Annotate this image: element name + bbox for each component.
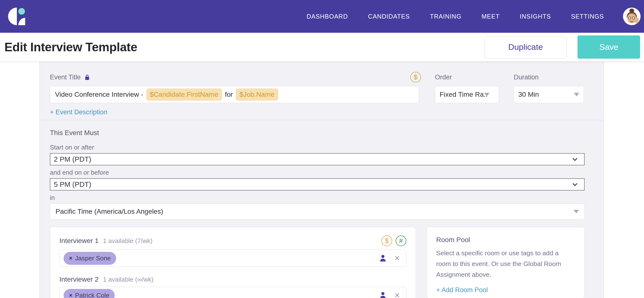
interviewers-card: Interviewer 1 1 available (7/wk) $ # × J… [50,227,416,298]
start-time-label: Start on or after [50,144,584,151]
duration-label-row: Duration [514,71,584,83]
duplicate-button[interactable]: Duplicate [484,36,567,58]
duration-column: Duration 30 Min [514,71,584,120]
tag-badge-icon[interactable]: # [396,236,406,246]
room-pool-description: Select a specific room or use tags to ad… [436,248,575,280]
this-event-must-heading: This Event Must [50,129,584,137]
nav-item-settings[interactable]: SETTINGS [571,13,604,20]
interviewer-2-availability: 1 available (∞/wk) [103,276,153,283]
interviewer-1-tag-name: Jasper Sone [75,255,111,262]
order-column: Order Fixed Time Ra.. [435,71,499,120]
avatar-glasses-right [632,16,635,19]
avatar-bun [629,8,634,13]
job-variable-pill[interactable]: $Job.Name [236,88,278,101]
room-pool-card: Room Pool Select a specific room or use … [427,227,584,298]
nav-item-candidates[interactable]: CANDIDATES [368,13,410,20]
interviewer-1-header: Interviewer 1 1 available (7/wk) $ # [60,236,406,246]
goodtime-logo-icon[interactable] [8,7,26,25]
billing-badge-icon[interactable]: $ [410,72,421,83]
order-label-row: Order [435,71,499,83]
candidate-variable-pill[interactable]: $Candidate.FirstName [146,88,222,101]
order-label: Order [435,73,452,81]
duration-value: 30 Min [518,91,539,98]
duration-select[interactable]: 30 Min [514,86,584,103]
interviewer-2-tag[interactable]: × Patrick Cole [64,289,115,298]
nav-item-dashboard[interactable]: DASHBOARD [306,13,348,20]
remove-tag-icon[interactable]: × [69,255,72,262]
remove-tag-icon[interactable]: × [69,292,72,298]
nav-item-insights[interactable]: INSIGHTS [520,13,551,20]
event-title-label: Event Title [50,73,81,81]
time-constraints-section: This Event Must Start on or after 2 PM (… [40,120,604,227]
interviewer-1-tag[interactable]: × Jasper Sone [64,252,116,265]
interviewer-1-label: Interviewer 1 [60,237,98,245]
logo-teal-dot [18,8,25,15]
person-icon[interactable] [378,291,387,298]
cost-badge-icon[interactable]: $ [382,236,392,246]
interviewer-2-actions: × [378,291,400,298]
caret-down-icon [484,93,490,96]
page: DASHBOARD CANDIDATES TRAINING MEET INSIG… [0,0,644,298]
interviewer-1-input[interactable]: × Jasper Sone × [60,250,406,267]
nav-item-training[interactable]: TRAINING [430,13,461,20]
page-title: Edit Interview Template [4,40,137,54]
clear-field-icon[interactable]: × [394,254,400,263]
save-button[interactable]: Save [578,35,640,59]
user-avatar[interactable] [623,7,640,25]
logo-half-circle [8,7,17,25]
event-title-connector: for [225,91,233,98]
timezone-value: Pacific Time (America/Los Angeles) [56,208,163,215]
interviewers-section: Interviewer 1 1 available (7/wk) $ # × J… [40,227,604,298]
interviewer-2-input[interactable]: × Patrick Cole × [60,287,406,298]
timezone-select[interactable]: Pacific Time (America/Los Angeles) [50,204,584,220]
lock-icon [84,74,90,81]
event-title-text: Video Conference Interview - [55,91,143,98]
logo-quarter-circle [18,18,25,25]
header-actions: Duplicate Save [484,35,640,59]
interviewer-2-header: Interviewer 2 1 available (∞/wk) [60,276,406,283]
interviewer-2-label: Interviewer 2 [60,276,98,283]
chevron-down-icon [572,181,578,186]
event-title-input[interactable]: Video Conference Interview - $Candidate.… [50,86,419,103]
chevron-down-icon [572,156,578,161]
caret-down-icon [574,93,579,96]
nav-item-meet[interactable]: MEET [482,13,500,20]
duration-label: Duration [514,73,538,81]
person-icon[interactable] [378,254,387,263]
content-area: Event Title $ Video Conference Interview… [0,61,644,298]
form-panel: Event Title $ Video Conference Interview… [39,61,604,298]
event-title-label-row: Event Title $ [50,71,419,83]
interviewer-badges: $ # [382,236,406,246]
start-time-select[interactable]: 2 PM (PDT) [50,153,584,165]
interviewer-2-tag-name: Patrick Cole [75,292,109,298]
event-title-column: Event Title $ Video Conference Interview… [50,71,419,120]
end-time-value: 5 PM (PDT) [54,181,91,189]
caret-down-icon [574,210,579,213]
top-nav: DASHBOARD CANDIDATES TRAINING MEET INSIG… [0,0,644,33]
page-header: Edit Interview Template Duplicate Save [0,33,644,61]
order-select[interactable]: Fixed Time Ra.. [435,86,499,103]
add-room-pool-link[interactable]: + Add Room Pool [436,286,488,294]
timezone-label: in [50,194,584,202]
interviewer-1-actions: × [378,254,400,263]
end-time-select[interactable]: 5 PM (PDT) [50,178,584,191]
event-title-section: Event Title $ Video Conference Interview… [40,61,604,120]
order-value: Fixed Time Ra.. [440,91,488,98]
clear-field-icon[interactable]: × [394,291,400,298]
add-event-description-link[interactable]: + Event Description [50,108,107,116]
interviewer-1-availability: 1 available (7/wk) [103,237,152,245]
nav-links: DASHBOARD CANDIDATES TRAINING MEET INSIG… [306,13,604,20]
start-time-value: 2 PM (PDT) [54,155,91,163]
end-time-label: and end on or before [50,169,584,176]
room-pool-title: Room Pool [436,236,575,244]
avatar-glasses-left [628,16,631,19]
